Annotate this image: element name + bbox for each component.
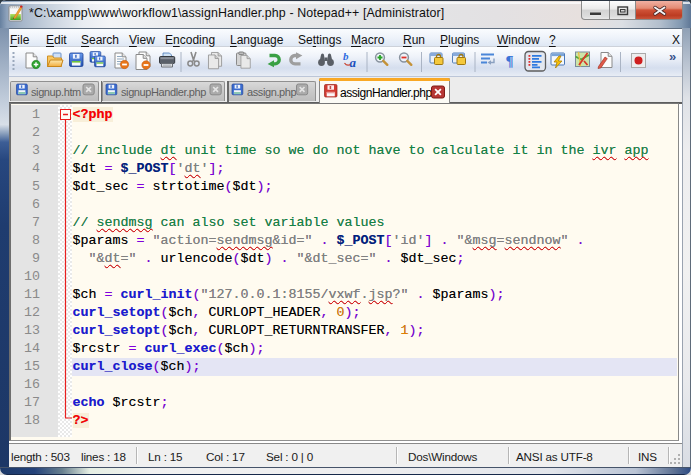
svg-text:b: b bbox=[343, 50, 349, 62]
svg-text:¶: ¶ bbox=[506, 53, 514, 69]
svg-text:a: a bbox=[350, 55, 357, 70]
svg-text:»: » bbox=[669, 49, 676, 64]
